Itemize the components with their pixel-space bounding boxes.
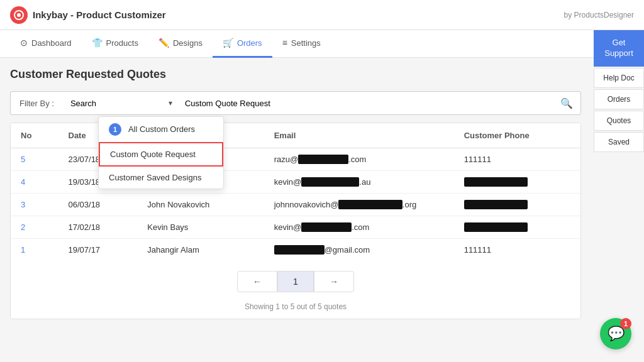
nav-settings[interactable]: ≡ Settings (272, 30, 331, 58)
right-sidebar: Get Support Help Doc Orders Quotes Saved (594, 30, 644, 152)
filter-search-button[interactable]: 🔍 (553, 91, 581, 115)
pagination: ← 1 → (11, 261, 580, 302)
filter-dropdown-menu: 1 All Custom Orders Custom Quote Request… (98, 116, 224, 189)
nav-settings-label: Settings (291, 38, 321, 48)
quotes-table-container: No Date Customer Name Email Customer Pho… (10, 123, 581, 319)
logo-icon (10, 6, 28, 24)
dropdown-customer-saved-designs-label: Customer Saved Designs (109, 173, 201, 182)
col-header-phone: Customer Phone (454, 123, 580, 148)
cell-no: 3 (11, 194, 58, 216)
dropdown-customer-saved-designs[interactable]: Customer Saved Designs (99, 167, 223, 189)
get-support-button[interactable]: Get Support (594, 30, 644, 67)
main-content: Customer Requested Quotes Filter By : ▾ … (0, 58, 591, 329)
table-row: 217/02/18Kevin Bayskevin@████.com███████… (11, 216, 580, 239)
cell-phone: ███████████ (454, 171, 580, 194)
filter-by-label: Filter By : (10, 91, 63, 115)
search-icon: 🔍 (560, 97, 573, 109)
nav-dashboard[interactable]: ⊙ Dashboard (10, 30, 82, 58)
orders-button[interactable]: Orders (594, 89, 644, 109)
quotes-button[interactable]: Quotes (594, 111, 644, 131)
products-icon: 👕 (92, 38, 103, 48)
dropdown-custom-quote-request[interactable]: Custom Quote Request (99, 142, 223, 167)
cell-phone: 111111 (454, 239, 580, 261)
table-row: 523/07/18RAZUrazu@████.com111111 (11, 148, 580, 171)
row-number-link[interactable]: 1 (21, 245, 25, 255)
app-title: Inkybay - Product Customizer (33, 9, 166, 20)
current-page-button[interactable]: 1 (277, 271, 314, 292)
next-page-button[interactable]: → (314, 271, 354, 292)
cell-date: 06/03/18 (58, 194, 138, 216)
settings-icon: ≡ (282, 38, 287, 48)
app-logo: Inkybay - Product Customizer (10, 6, 166, 24)
help-doc-button[interactable]: Help Doc (594, 68, 644, 88)
dropdown-custom-quote-request-label: Custom Quote Request (110, 150, 196, 159)
saved-button[interactable]: Saved (594, 132, 644, 152)
cell-date: 19/07/17 (58, 239, 138, 261)
cell-phone: 111111 (454, 148, 580, 171)
filter-bar: Filter By : ▾ 🔍 1 All Custom Orders Cust… (10, 91, 581, 115)
nav-orders-label: Orders (237, 38, 262, 48)
filter-dropdown-button[interactable]: ▾ (164, 91, 177, 115)
chat-badge: 1 (620, 318, 631, 329)
cell-email: ███████@gmail.com (264, 239, 454, 261)
dashboard-icon: ⊙ (20, 38, 28, 48)
col-header-no: No (11, 123, 58, 148)
cell-name: Kevin Bays (137, 216, 264, 239)
app-header: Inkybay - Product Customizer by Products… (0, 0, 644, 30)
dropdown-all-custom-orders[interactable]: 1 All Custom Orders (99, 117, 223, 142)
app-by: by ProductsDesigner (564, 11, 634, 19)
quotes-table: No Date Customer Name Email Customer Pho… (11, 123, 580, 261)
nav-dashboard-label: Dashboard (31, 38, 72, 48)
row-number-link[interactable]: 5 (21, 155, 25, 164)
col-header-email: Email (264, 123, 454, 148)
nav-designs-label: Designs (173, 38, 203, 48)
row-number-link[interactable]: 2 (21, 222, 25, 232)
nav-products-label: Products (106, 38, 138, 48)
nav-designs[interactable]: ✏️ Designs (148, 30, 213, 58)
cell-no: 5 (11, 148, 58, 171)
main-nav: ⊙ Dashboard 👕 Products ✏️ Designs 🛒 Orde… (0, 30, 644, 58)
table-row: 119/07/17Jahangir Alam███████@gmail.com1… (11, 239, 580, 261)
svg-point-1 (17, 13, 21, 17)
dropdown-all-custom-orders-label: All Custom Orders (128, 124, 195, 134)
table-header-row: No Date Customer Name Email Customer Pho… (11, 123, 580, 148)
cell-email: kevin@████.com (264, 216, 454, 239)
cell-email: kevin@██████████.au (264, 171, 454, 194)
cell-date: 17/02/18 (58, 216, 138, 239)
row-number-link[interactable]: 4 (21, 177, 25, 187)
cell-email: razu@████.com (264, 148, 454, 171)
pagination-info: Showing 1 to 5 out of 5 quotes (11, 302, 580, 319)
cell-name: John Novakovich (137, 194, 264, 216)
designs-icon: ✏️ (158, 38, 169, 48)
page-title: Customer Requested Quotes (10, 68, 581, 81)
cell-phone: ███████████ (454, 216, 580, 239)
cell-name: Jahangir Alam (137, 239, 264, 261)
cell-no: 4 (11, 171, 58, 194)
row-number-link[interactable]: 3 (21, 200, 25, 209)
table-row: 419/03/18Kevinkevin@██████████.au███████… (11, 171, 580, 194)
prev-page-button[interactable]: ← (237, 271, 277, 292)
cell-no: 2 (11, 216, 58, 239)
orders-icon: 🛒 (223, 38, 233, 48)
search-input[interactable] (63, 91, 164, 115)
filter-type-input[interactable] (177, 91, 553, 115)
dropdown-badge: 1 (109, 123, 121, 136)
nav-orders[interactable]: 🛒 Orders (213, 30, 272, 58)
cell-phone: ███████████ (454, 194, 580, 216)
table-row: 306/03/18John Novakovichjohnnovakovich@█… (11, 194, 580, 216)
chat-bubble[interactable]: 💬 1 (600, 318, 631, 329)
cell-email: johnnovakovich@███████████.org (264, 194, 454, 216)
nav-products[interactable]: 👕 Products (82, 30, 148, 58)
cell-no: 1 (11, 239, 58, 261)
